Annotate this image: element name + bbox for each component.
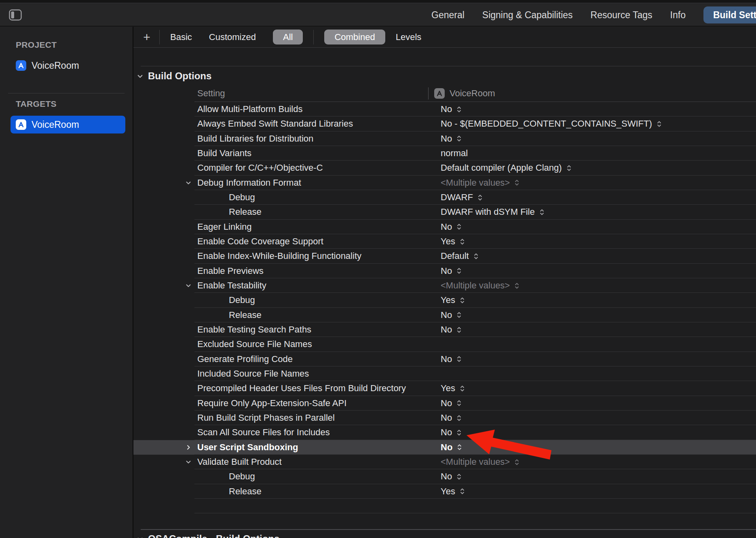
setting-value[interactable]: No [441,102,462,116]
table-row-build-variants[interactable]: Build Variantsnormal [133,146,756,161]
filter-levels[interactable]: Levels [396,32,422,42]
table-row-included-source-file-names[interactable]: Included Source File Names [133,366,756,381]
stepper-icon[interactable] [514,458,520,466]
setting-value[interactable]: <Multiple values> [441,278,520,293]
table-row-enable-testability[interactable]: Enable Testability<Multiple values> [133,278,756,293]
filter-basic[interactable]: Basic [170,32,192,42]
setting-value[interactable]: <Multiple values> [441,176,520,190]
setting-value[interactable]: Yes [441,293,465,307]
table-row-allow-multi-platform-builds[interactable]: Allow Multi-Platform BuildsNo [133,102,756,116]
setting-value[interactable]: <Multiple values> [441,455,520,469]
stepper-icon[interactable] [477,194,483,201]
setting-value[interactable]: Default [441,249,479,263]
table-row-validate-built-product[interactable]: Validate Built Product<Multiple values> [133,455,756,469]
stepper-icon[interactable] [456,473,462,481]
table-row-release[interactable]: ReleaseYes [133,484,756,499]
filter-combined[interactable]: Combined [324,30,385,44]
setting-value[interactable]: Yes [441,484,465,499]
setting-value[interactable]: No [441,440,462,455]
stepper-icon[interactable] [456,429,462,436]
window-top-edge [0,0,756,3]
table-row-always-embed-swift-standard-libraries[interactable]: Always Embed Swift Standard LibrariesNo … [133,116,756,131]
setting-value[interactable]: normal [441,146,468,161]
setting-value[interactable]: No [441,308,462,322]
setting-value[interactable]: No [441,469,462,484]
stepper-icon[interactable] [456,135,462,142]
setting-value-text: Yes [441,295,455,305]
chevron-down-icon[interactable] [185,459,192,465]
stepper-icon[interactable] [456,355,462,363]
table-row-user-script-sandboxing[interactable]: User Script SandboxingNo [133,440,756,455]
table-row-debug[interactable]: DebugNo [133,469,756,484]
setting-label: Enable Code Coverage Support [197,234,323,249]
tab-build-settings[interactable]: Build Settings [703,6,756,23]
table-row-debug-information-format[interactable]: Debug Information Format<Multiple values… [133,176,756,190]
setting-value[interactable]: Default compiler (Apple Clang) [441,161,572,175]
table-row-compiler-for-c-c-objective-c[interactable]: Compiler for C/C++/Objective-CDefault co… [133,161,756,175]
sidebar-item-project-voiceroom[interactable]: VoiceRoom [11,57,125,74]
sidebar-item-label: VoiceRoom [32,119,79,130]
stepper-icon[interactable] [459,297,465,304]
tab-info[interactable]: Info [670,10,686,21]
stepper-icon[interactable] [456,311,462,319]
setting-value[interactable]: Yes [441,381,465,396]
stepper-icon[interactable] [456,443,462,451]
add-setting-button[interactable]: + [141,30,153,44]
table-row-debug[interactable]: DebugDWARF [133,190,756,205]
table-row-run-build-script-phases-in-parallel[interactable]: Run Build Script Phases in ParallelNo [133,411,756,425]
stepper-icon[interactable] [456,223,462,231]
tab-signing-capabilities[interactable]: Signing & Capabilities [482,10,573,21]
table-row-release[interactable]: ReleaseDWARF with dSYM File [133,205,756,219]
section-header-osacompile[interactable]: OSACompile - Build Options [137,532,279,538]
table-row-generate-profiling-code[interactable]: Generate Profiling CodeNo [133,352,756,366]
filter-all[interactable]: All [273,30,303,44]
stepper-icon[interactable] [456,267,462,275]
stepper-icon[interactable] [656,120,662,128]
table-row-precompiled-header-uses-files-from-build-directory[interactable]: Precompiled Header Uses Files From Build… [133,381,756,396]
setting-value[interactable]: No [441,352,462,366]
chevron-down-icon[interactable] [185,282,192,289]
filter-customized[interactable]: Customized [209,32,256,42]
setting-value[interactable]: No [441,220,462,234]
section-header-build-options[interactable]: Build Options [137,69,211,83]
setting-value[interactable]: No [441,425,462,440]
setting-value[interactable]: No [441,322,462,337]
tab-general[interactable]: General [431,10,465,21]
table-row-release[interactable]: ReleaseNo [133,308,756,322]
stepper-icon[interactable] [456,106,462,113]
stepper-icon[interactable] [473,252,479,260]
table-row-enable-testing-search-paths[interactable]: Enable Testing Search PathsNo [133,322,756,337]
stepper-icon[interactable] [539,208,545,216]
table-row-enable-previews[interactable]: Enable PreviewsNo [133,264,756,278]
setting-value[interactable]: Yes [441,234,465,249]
setting-value[interactable]: No [441,264,462,278]
chevron-right-icon[interactable] [185,444,192,451]
table-row-enable-index-while-building-functionality[interactable]: Enable Index-While-Building Functionalit… [133,249,756,263]
stepper-icon[interactable] [514,282,520,290]
table-row-scan-all-source-files-for-includes[interactable]: Scan All Source Files for IncludesNo [133,425,756,440]
setting-value[interactable]: No [441,131,462,146]
table-row-eager-linking[interactable]: Eager LinkingNo [133,220,756,234]
setting-value[interactable]: No - $(EMBEDDED_CONTENT_CONTAINS_SWIFT) [441,116,662,131]
stepper-icon[interactable] [459,487,465,495]
table-row-debug[interactable]: DebugYes [133,293,756,307]
setting-value[interactable]: DWARF with dSYM File [441,205,545,219]
stepper-icon[interactable] [566,164,572,172]
table-row-require-only-app-extension-safe-api[interactable]: Require Only App-Extension-Safe APINo [133,396,756,411]
stepper-icon[interactable] [514,179,520,186]
stepper-icon[interactable] [456,399,462,407]
table-row-build-libraries-for-distribution[interactable]: Build Libraries for DistributionNo [133,131,756,146]
stepper-icon[interactable] [456,326,462,334]
sidebar-item-targets-voiceroom[interactable]: VoiceRoom [11,116,125,133]
table-row-enable-code-coverage-support[interactable]: Enable Code Coverage SupportYes [133,234,756,249]
table-row-excluded-source-file-names[interactable]: Excluded Source File Names [133,337,756,352]
chevron-down-icon[interactable] [185,180,192,186]
stepper-icon[interactable] [459,385,465,392]
setting-value[interactable]: No [441,411,462,425]
stepper-icon[interactable] [456,414,462,422]
setting-value[interactable]: No [441,396,462,411]
tab-resource-tags[interactable]: Resource Tags [591,10,653,21]
setting-value[interactable]: DWARF [441,190,483,205]
sidebar-toggle-button[interactable] [9,9,22,21]
stepper-icon[interactable] [459,238,465,246]
